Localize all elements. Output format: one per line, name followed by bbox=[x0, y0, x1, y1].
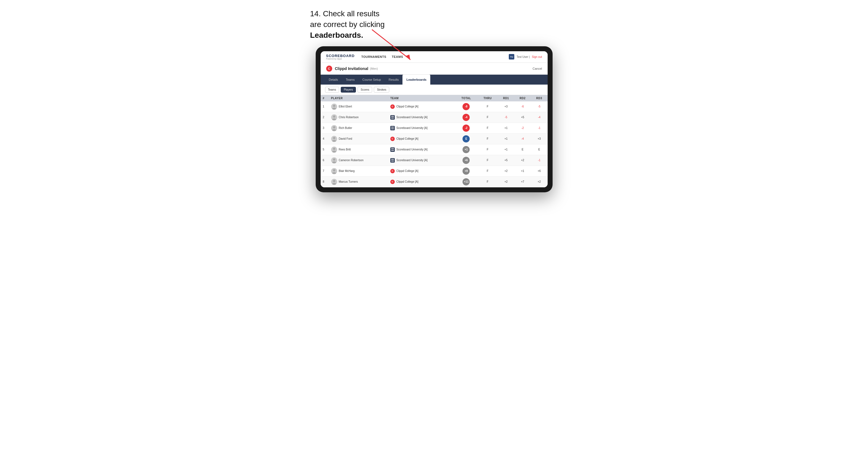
svg-point-6 bbox=[333, 126, 335, 128]
total-badge: -4 bbox=[463, 114, 470, 121]
user-name: Test User | bbox=[517, 55, 530, 58]
team-name: Clippd College [A] bbox=[396, 180, 418, 183]
filter-teams-button[interactable]: Teams bbox=[325, 87, 339, 93]
tablet-frame: SCOREBOARD Powered by clippd TOURNAMENTS… bbox=[316, 46, 553, 192]
cancel-button[interactable]: Cancel bbox=[532, 67, 542, 70]
cell-rd3: E bbox=[531, 144, 547, 155]
user-avatar: TU bbox=[509, 54, 514, 60]
cell-rd1: +1 bbox=[498, 133, 514, 144]
cell-rd2: +1 bbox=[514, 165, 531, 176]
cell-rank: 6 bbox=[321, 155, 329, 165]
player-avatar bbox=[331, 136, 337, 142]
player-name: Cameron Robertson bbox=[339, 159, 364, 162]
tournament-gender: (Men) bbox=[370, 67, 378, 70]
cell-team: CClippd College [A] bbox=[388, 176, 455, 187]
cell-thru: F bbox=[477, 155, 497, 165]
logo-area: SCOREBOARD Powered by clippd bbox=[326, 54, 355, 60]
cell-player: Rich Butler bbox=[329, 123, 388, 133]
team-logo-clippd: C bbox=[390, 180, 395, 184]
cell-team: Scoreboard University [A] bbox=[388, 144, 455, 155]
table-row: 3 Rich Butler Scoreboard University [A]-… bbox=[321, 123, 548, 133]
team-name: Scoreboard University [A] bbox=[396, 116, 428, 119]
filter-strokes-button[interactable]: Strokes bbox=[374, 87, 389, 93]
cell-rank: 7 bbox=[321, 165, 329, 176]
tab-course-setup[interactable]: Course Setup bbox=[359, 75, 385, 85]
table-row: 6 Cameron Robertson Scoreboard Universit… bbox=[321, 155, 548, 165]
cell-thru: F bbox=[477, 133, 497, 144]
player-name: Blair McHarg bbox=[339, 169, 355, 173]
cell-rank: 5 bbox=[321, 144, 329, 155]
tab-teams[interactable]: Teams bbox=[342, 75, 359, 85]
cell-rd1: -5 bbox=[498, 112, 514, 123]
team-logo-scoreboard bbox=[390, 158, 395, 162]
cell-player: Marcus Turners bbox=[329, 176, 388, 187]
sign-out-link[interactable]: Sign out bbox=[532, 55, 542, 58]
cell-rd1: +1 bbox=[498, 144, 514, 155]
filter-row: Teams Players Scores Strokes bbox=[321, 85, 548, 95]
tab-results[interactable]: Results bbox=[385, 75, 403, 85]
team-name: Clippd College [A] bbox=[396, 169, 418, 173]
cell-rd3: -4 bbox=[531, 112, 547, 123]
cell-rd1: +1 bbox=[498, 123, 514, 133]
team-logo-clippd: C bbox=[390, 169, 395, 173]
player-name: David Ford bbox=[339, 137, 352, 140]
cell-rd3: +2 bbox=[531, 176, 547, 187]
cell-rd1: +3 bbox=[498, 101, 514, 112]
team-name: Scoreboard University [A] bbox=[396, 159, 428, 162]
cell-rank: 3 bbox=[321, 123, 329, 133]
cell-player: Blair McHarg bbox=[329, 165, 388, 176]
svg-point-12 bbox=[333, 158, 335, 161]
table-row: 7 Blair McHarg CClippd College [A]+9F+2+… bbox=[321, 165, 548, 176]
nav-tournaments[interactable]: TOURNAMENTS bbox=[361, 55, 386, 58]
cell-thru: F bbox=[477, 165, 497, 176]
svg-point-15 bbox=[332, 172, 336, 174]
table-row: 1 Elliot Ebert CClippd College [A]-8F+3-… bbox=[321, 101, 548, 112]
cell-rd1: +2 bbox=[498, 165, 514, 176]
cell-team: CClippd College [A] bbox=[388, 133, 455, 144]
player-avatar bbox=[331, 147, 337, 153]
nav-teams[interactable]: TEAMS bbox=[392, 55, 403, 58]
player-name: Chris Robertson bbox=[339, 116, 359, 119]
team-name: Scoreboard University [A] bbox=[396, 148, 428, 151]
nav-right: TU Test User | Sign out bbox=[509, 54, 542, 60]
tab-leaderboards[interactable]: Leaderboards bbox=[402, 75, 430, 85]
player-avatar bbox=[331, 168, 337, 174]
col-thru: THRU bbox=[477, 95, 497, 101]
player-avatar bbox=[331, 157, 337, 163]
cell-thru: F bbox=[477, 123, 497, 133]
filter-players-button[interactable]: Players bbox=[341, 87, 356, 93]
cell-rd2: -2 bbox=[514, 123, 531, 133]
cell-rd1: +2 bbox=[498, 176, 514, 187]
svg-point-9 bbox=[332, 140, 336, 142]
tab-details[interactable]: Details bbox=[325, 75, 342, 85]
tablet-screen: SCOREBOARD Powered by clippd TOURNAMENTS… bbox=[321, 51, 548, 187]
col-rd1: RD1 bbox=[498, 95, 514, 101]
cell-team: CClippd College [A] bbox=[388, 101, 455, 112]
total-badge: +9 bbox=[463, 167, 470, 175]
tab-bar: Details Teams Course Setup Results Leade… bbox=[321, 75, 548, 85]
leaderboard-table: # PLAYER TEAM TOTAL THRU RD1 RD2 RD3 1 bbox=[321, 95, 548, 187]
cell-thru: F bbox=[477, 144, 497, 155]
team-logo-clippd: C bbox=[390, 104, 395, 109]
cell-rank: 8 bbox=[321, 176, 329, 187]
cell-player: David Ford bbox=[329, 133, 388, 144]
cell-player: Chris Robertson bbox=[329, 112, 388, 123]
svg-point-3 bbox=[332, 108, 336, 110]
tournament-header: C Clippd Invitational (Men) Cancel bbox=[321, 63, 548, 75]
col-rd2: RD2 bbox=[514, 95, 531, 101]
table-row: 2 Chris Robertson Scoreboard University … bbox=[321, 112, 548, 123]
team-name: Clippd College [A] bbox=[396, 105, 418, 108]
svg-point-4 bbox=[333, 116, 335, 118]
cell-thru: F bbox=[477, 112, 497, 123]
player-name: Elliot Ebert bbox=[339, 105, 352, 108]
svg-point-10 bbox=[333, 148, 335, 150]
filter-scores-button[interactable]: Scores bbox=[358, 87, 372, 93]
cell-thru: F bbox=[477, 176, 497, 187]
cell-rank: 1 bbox=[321, 101, 329, 112]
svg-point-13 bbox=[332, 161, 336, 163]
col-total: TOTAL bbox=[455, 95, 478, 101]
cell-rd2: E bbox=[514, 144, 531, 155]
team-logo-scoreboard bbox=[390, 115, 395, 120]
cell-total: -4 bbox=[455, 112, 478, 123]
cell-total: +6 bbox=[455, 155, 478, 165]
